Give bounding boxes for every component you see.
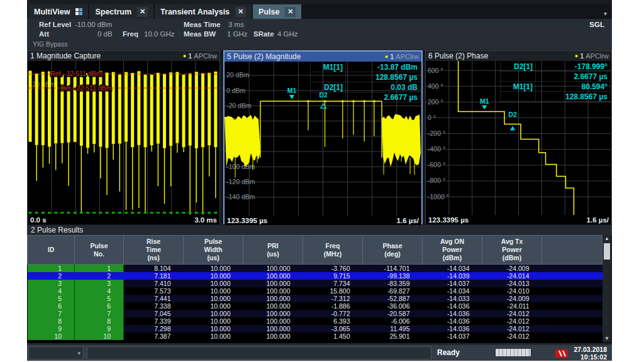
panel-pulse-phase[interactable]: 6 Pulse (2) Phase ● 1 APClrw 600 °400 °2… bbox=[425, 50, 612, 224]
table-row[interactable]: 447.57310.000100.00015.800-69.827-14.034… bbox=[28, 287, 602, 295]
value-cell: 7.410 bbox=[124, 280, 184, 287]
ref-level-label: Ref Level bbox=[39, 21, 71, 28]
filler-cell bbox=[542, 310, 602, 317]
value-cell: -14.036 bbox=[423, 302, 482, 310]
capture-chart[interactable]: -20 dBmRef. -12.511 dBmDet. -22.511 dBm bbox=[28, 61, 219, 215]
id-cell: 2 bbox=[28, 272, 75, 280]
value-cell: 100.000 bbox=[243, 295, 303, 302]
table-row[interactable]: 777.04510.000100.000-0.772-20.587-14.036… bbox=[28, 310, 602, 317]
trace-dot-icon: ● bbox=[575, 53, 578, 59]
value-cell: -14.033 bbox=[423, 295, 482, 302]
id-cell: 1 bbox=[28, 265, 75, 273]
table-row[interactable]: 667.33810.000100.000-1.886-36.006-14.036… bbox=[28, 302, 602, 310]
table-column-header[interactable]: Avg ONPower(dBm) bbox=[423, 236, 482, 265]
table-column-header[interactable]: Freq(MHz) bbox=[303, 236, 363, 265]
value-cell: 7.734 bbox=[303, 280, 363, 287]
id-cell: 10 bbox=[75, 332, 124, 340]
marker-label bbox=[310, 92, 345, 102]
table-column-header[interactable]: ID bbox=[28, 236, 75, 265]
scrollbar-thumb[interactable] bbox=[604, 243, 610, 260]
trace-badge: ● 1 APClrw bbox=[183, 52, 217, 60]
table-row[interactable]: 10107.38710.000100.0001.45025.901-14.037… bbox=[28, 332, 602, 340]
freq-label: Freq bbox=[123, 30, 138, 38]
svg-text:-20 dBm: -20 dBm bbox=[226, 102, 252, 109]
tab-spectrum-label: Spectrum bbox=[95, 8, 131, 16]
value-cell: 10.000 bbox=[184, 287, 243, 295]
ref-level-value[interactable]: -10.00 dBm bbox=[75, 21, 112, 28]
value-cell: -3.760 bbox=[303, 265, 363, 273]
close-tab-icon[interactable]: ✕ bbox=[235, 7, 246, 17]
svg-text:400 °: 400 ° bbox=[428, 82, 443, 90]
marker-value: -178.999° bbox=[535, 62, 611, 72]
freq-value[interactable]: 10.0 GHz bbox=[144, 30, 175, 38]
tab-overflow-icon[interactable]: ▾ bbox=[604, 10, 607, 17]
table-column-header[interactable]: PRI(us) bbox=[243, 236, 303, 265]
meas-time-value[interactable]: 3 ms bbox=[228, 21, 244, 28]
svg-text:-200 °: -200 ° bbox=[428, 129, 445, 137]
calendar-alert-icon[interactable] bbox=[555, 349, 568, 360]
table-column-header[interactable]: PulseWidth(us) bbox=[184, 236, 243, 265]
close-tab-icon[interactable]: ✕ bbox=[137, 7, 148, 17]
window-top-strip bbox=[27, 0, 612, 4]
id-cell: 6 bbox=[28, 302, 75, 310]
table-column-header[interactable]: Avg TxPower(dBm) bbox=[482, 236, 542, 265]
id-cell: 9 bbox=[28, 325, 75, 332]
value-cell: 7.573 bbox=[124, 287, 184, 295]
table-row[interactable]: 118.10410.000100.000-3.760-114.701-14.03… bbox=[28, 265, 602, 273]
value-cell: -14.034 bbox=[423, 265, 482, 273]
table-column-header[interactable]: Phase(deg) bbox=[363, 236, 423, 265]
filler-cell bbox=[542, 302, 602, 310]
trace-badge: ● 1 APClrw bbox=[575, 52, 609, 60]
tab-transient-analysis[interactable]: Transient Analysis ✕ bbox=[155, 4, 252, 19]
value-cell: -6.006 bbox=[363, 317, 423, 325]
scroll-down-icon[interactable]: ▼ bbox=[602, 335, 611, 343]
panel-magnitude-titlebar[interactable]: 5 Pulse (2) Magnitude ● 1 APClrw bbox=[225, 52, 421, 62]
magnitude-chart[interactable]: 20 dBm0 dBm-20 dBm-40 dBm-60 dBm-80 dBm-… bbox=[225, 62, 421, 216]
phase-chart[interactable]: 600 °400 °200 °0 °-200 °-400 °-600 °-800… bbox=[426, 61, 611, 215]
value-cell: 7.441 bbox=[124, 295, 184, 302]
status-ready-label: Ready bbox=[437, 348, 460, 357]
panel-capture-titlebar[interactable]: 1 Magnitude Capture ● 1 APClrw bbox=[28, 51, 219, 61]
magnitude-x-start: 123.3395 µs bbox=[227, 217, 267, 224]
srate-label: SRate bbox=[253, 30, 274, 38]
close-tab-icon[interactable]: ✕ bbox=[285, 7, 296, 17]
table-row[interactable]: 887.33910.000100.0006.393-6.006-14.036-2… bbox=[28, 317, 602, 325]
table-row[interactable]: 997.29810.000100.000-3.06511.495-14.036-… bbox=[28, 325, 602, 332]
table-row[interactable]: 557.44110.000100.000-7.312-52.887-14.033… bbox=[28, 295, 602, 302]
srate-value[interactable]: 4 GHz bbox=[277, 30, 298, 38]
value-cell: 100.000 bbox=[243, 272, 303, 280]
tab-spectrum[interactable]: Spectrum ✕ bbox=[89, 4, 153, 19]
panel-pulse-magnitude[interactable]: 5 Pulse (2) Magnitude ● 1 APClrw 20 dBm0… bbox=[223, 50, 423, 224]
marker-label bbox=[310, 72, 345, 82]
value-cell: -24.009 bbox=[482, 265, 542, 273]
tab-pulse[interactable]: Pulse ✕ bbox=[253, 4, 301, 19]
pulse-results-title[interactable]: 2 Pulse Results bbox=[27, 225, 612, 235]
status-dropdown[interactable]: ▾ bbox=[28, 346, 84, 359]
table-row[interactable]: 227.18110.000100.0009.715-99.138-14.039-… bbox=[28, 272, 602, 280]
svg-text:-140 dBm: -140 dBm bbox=[226, 193, 255, 200]
value-cell: 1.450 bbox=[303, 332, 363, 340]
phase-x-start: 123.3395 µs bbox=[428, 216, 469, 224]
svg-text:-400 °: -400 ° bbox=[428, 145, 445, 153]
filler-cell bbox=[542, 295, 602, 302]
table-column-header[interactable] bbox=[542, 236, 602, 265]
trace-number: 1 bbox=[390, 53, 394, 60]
meas-bw-value[interactable]: 1 GHz bbox=[227, 30, 248, 38]
panel-phase-titlebar[interactable]: 6 Pulse (2) Phase ● 1 APClrw bbox=[426, 51, 611, 61]
table-column-header[interactable]: PulseNo. bbox=[75, 236, 124, 265]
value-cell: -114.701 bbox=[363, 265, 423, 273]
table-row[interactable]: 337.41010.000100.0007.734-83.359-14.037-… bbox=[28, 280, 602, 287]
panel-magnitude-capture[interactable]: 1 Magnitude Capture ● 1 APClrw -20 dBmRe… bbox=[27, 50, 220, 224]
table-column-header[interactable]: RiseTime(ns) bbox=[124, 236, 184, 265]
scroll-up-icon[interactable]: ▲ bbox=[602, 235, 611, 243]
marker-label bbox=[500, 72, 535, 82]
tab-multiview[interactable]: MultiView bbox=[28, 4, 88, 19]
table-scrollbar[interactable]: ▲ ▼ bbox=[602, 235, 611, 343]
id-cell: 4 bbox=[28, 287, 75, 295]
value-cell: -20.587 bbox=[363, 310, 423, 317]
id-cell: 10 bbox=[28, 332, 75, 340]
att-value[interactable]: 0 dB bbox=[97, 30, 113, 38]
measurement-header: Ref Level -10.00 dBm Meas Time 3 ms SGL … bbox=[27, 19, 612, 49]
value-cell: -24.010 bbox=[482, 287, 542, 295]
marker-value: 80.594° bbox=[535, 82, 611, 92]
